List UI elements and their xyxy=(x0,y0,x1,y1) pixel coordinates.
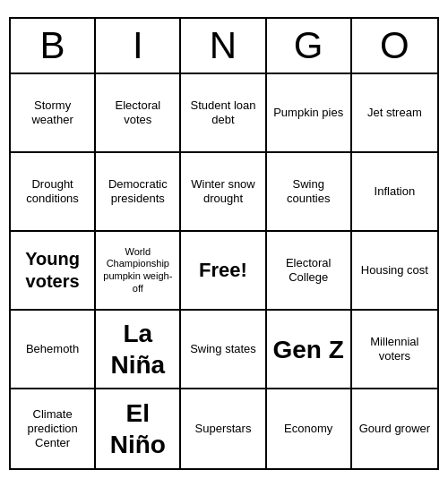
bingo-cell-10: Young voters xyxy=(11,232,96,311)
bingo-cell-8: Swing counties xyxy=(267,153,352,232)
bingo-cell-11: World Championship pumpkin weigh-off xyxy=(96,232,181,311)
bingo-cell-1: Electoral votes xyxy=(96,74,181,153)
bingo-letter-b: B xyxy=(11,19,96,73)
bingo-cell-15: Behemoth xyxy=(11,311,96,389)
bingo-cell-2: Student loan debt xyxy=(181,74,266,153)
bingo-cell-12: Free! xyxy=(181,232,266,311)
bingo-cell-16: La Niña xyxy=(96,311,181,389)
bingo-cell-3: Pumpkin pies xyxy=(267,74,352,153)
bingo-cell-5: Drought conditions xyxy=(11,153,96,232)
bingo-letter-g: G xyxy=(267,19,352,73)
bingo-cell-20: Climate prediction Center xyxy=(11,389,96,468)
bingo-cell-7: Winter snow drought xyxy=(181,153,266,232)
bingo-grid: Stormy weatherElectoral votesStudent loa… xyxy=(11,74,437,468)
bingo-cell-4: Jet stream xyxy=(352,74,437,153)
bingo-cell-9: Inflation xyxy=(352,153,437,232)
bingo-header: BINGO xyxy=(11,19,437,74)
bingo-cell-19: Millennial voters xyxy=(352,311,437,389)
bingo-letter-i: I xyxy=(96,19,181,73)
bingo-letter-n: N xyxy=(181,19,266,73)
bingo-cell-17: Swing states xyxy=(181,311,266,389)
bingo-cell-18: Gen Z xyxy=(267,311,352,389)
bingo-cell-23: Economy xyxy=(267,389,352,468)
bingo-card: BINGO Stormy weatherElectoral votesStude… xyxy=(9,17,439,470)
bingo-cell-6: Democratic presidents xyxy=(96,153,181,232)
bingo-cell-22: Superstars xyxy=(181,389,266,468)
bingo-letter-o: O xyxy=(352,19,437,73)
bingo-cell-0: Stormy weather xyxy=(11,74,96,153)
bingo-cell-14: Housing cost xyxy=(352,232,437,311)
bingo-cell-24: Gourd grower xyxy=(352,389,437,468)
bingo-cell-13: Electoral College xyxy=(267,232,352,311)
bingo-cell-21: El Niño xyxy=(96,389,181,468)
